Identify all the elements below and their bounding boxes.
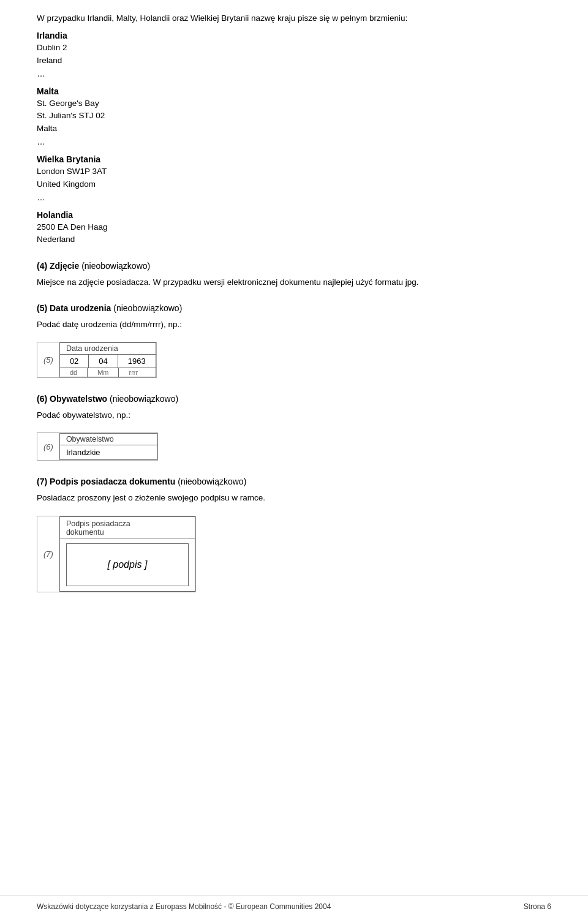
section6-desc: Podać obywatelstwo, np.: [37,409,551,421]
address-line: 2500 EA Den Haag [37,221,551,233]
section6-heading-rest: (nieobowiązkowo) [107,394,178,404]
country-name-malta: Malta [37,86,551,96]
section4-heading-bold: (4) Zdjęcie [37,261,79,271]
section7-field-num: (7) [37,516,59,592]
section5-heading: (5) Data urodzenia (nieobowiązkowo) [37,302,551,315]
country-name-holandia: Holandia [37,210,551,220]
section5-heading-rest: (nieobowiązkowo) [111,303,182,313]
signature-label-line2: dokumentu [66,528,104,537]
footer-left: Wskazówki dotyczące korzystania z Europa… [37,902,331,911]
citizenship-form-wrapper: (6) Obywatelstwo Irlandzkie [37,432,158,461]
signature-box: [ podpis ] [66,543,189,586]
ellipsis: … [37,191,551,204]
section7-heading-bold: (7) Podpis posiadacza dokumentu [37,477,175,486]
dob-dd-label: dd [60,368,88,377]
citizenship-header: Obywatelstwo [60,434,157,445]
address-line: London SW1P 3AT [37,165,551,178]
section5-heading-bold: (5) Data urodzenia [37,303,111,313]
signature-label-line1: Podpis posiadacza [66,519,130,528]
address-line: United Kingdom [37,178,551,191]
address-line: St. George's Bay [37,97,551,110]
dob-mm: 04 [89,355,118,368]
dob-dd: 02 [60,355,89,368]
section6-field-num: (6) [37,433,59,460]
section4-heading-rest: (nieobowiązkowo) [79,261,150,271]
country-name-wielka-brytania: Wielka Brytania [37,154,551,164]
dob-rrrr-label: rrrr [119,368,148,377]
section7-desc: Posiadacz proszony jest o złożenie swoje… [37,492,551,504]
signature-form-wrapper: (7) Podpis posiadacza dokumentu [ podpis… [37,516,196,592]
dob-yyyy: 1963 [118,355,156,368]
page-content: W przypadku Irlandii, Malty, Holandii or… [0,0,588,882]
address-line: Nederland [37,233,551,246]
citizenship-value: Irlandzkie [60,445,157,459]
page-footer: Wskazówki dotyczące korzystania z Europa… [0,896,588,917]
intro-text: W przypadku Irlandii, Malty, Holandii or… [37,12,551,25]
section6-heading: (6) Obywatelstwo (nieobowiązkowo) [37,393,551,406]
section4-heading: (4) Zdjęcie (nieobowiązkowo) [37,260,551,273]
section5-field-num: (5) [37,342,59,377]
section5-desc: Podać datę urodzenia (dd/mm/rrrr), np.: [37,319,551,331]
country-name-irlandia: Irlandia [37,31,551,40]
dob-mm-label: Mm [88,368,119,377]
ellipsis: … [37,67,551,80]
footer-right: Strona 6 [524,902,551,911]
address-line: Malta [37,123,551,135]
section7-heading: (7) Podpis posiadacza dokumentu (nieobow… [37,475,551,488]
section7-heading-rest: (nieobowiązkowo) [175,477,246,486]
section6-heading-bold: (6) Obywatelstwo [37,394,107,404]
ellipsis: … [37,135,551,148]
dob-form-wrapper: (5) Data urodzenia 02 04 1963 dd Mm rrrr [37,342,157,378]
address-line: Ireland [37,55,551,67]
address-line: Dublin 2 [37,42,551,54]
address-line: St. Julian's STJ 02 [37,110,551,122]
section4-desc: Miejsce na zdjęcie posiadacza. W przypad… [37,276,551,289]
dob-header: Data urodzenia [60,343,156,355]
